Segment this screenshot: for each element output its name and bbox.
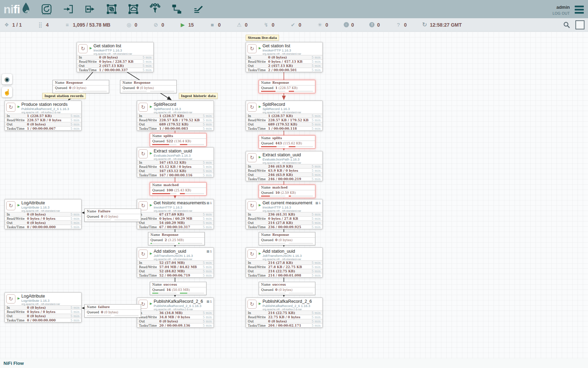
stat-row-read-write: Read/Write63.9 KB / 0 bytes5 min [246, 168, 322, 172]
processor-produce-station-records[interactable]: ↻ ▶ Produce station records PublishKafka… [5, 101, 82, 131]
backpressure-bars [259, 195, 315, 198]
remote-process-group-toolbar-icon[interactable] [127, 3, 140, 15]
connection-matched-right[interactable]: Namematched Queued10(2.59 KB) [259, 185, 315, 198]
funnel-toolbar-icon[interactable] [149, 3, 161, 15]
processor-add-station-uuid-2[interactable]: ↻ ▶ Add station_uuid JoltTransformJSON 1… [246, 247, 323, 278]
status-disabled: ↯ 0 [263, 22, 274, 28]
connection-resp-mid[interactable]: NameResponse Queued0(0 bytes) [120, 80, 177, 93]
canvas-label[interactable]: Stream live-data [246, 35, 279, 41]
processor-bundle: org.apache.nifi - nifi-kafka-2-6-nar [21, 111, 80, 114]
locally-modified-icon: ✳ [317, 22, 323, 28]
processor-bundle: org.apache.nifi - nifi-standard-nar [21, 209, 80, 212]
stat-row-read-write: Read/Write0 bytes / 457.13 KB5 min [246, 59, 322, 63]
nifi-app: nifi admin LOG OUT ❖ 1 / 1 ⣿ 4 ≡ 1,095 /… [0, 0, 588, 368]
run-status-icon: ▶ [150, 105, 152, 108]
data-size-bar [180, 144, 204, 145]
status-invalid: ⚠ 0 [236, 22, 247, 28]
processor-type: InvokeHTTP 1.16.3 [262, 48, 321, 52]
processor-get-station-list-1[interactable]: ↻ ▶ Get station list InvokeHTTP 1.16.3 o… [77, 42, 154, 72]
processor-extract-station-uuid-1[interactable]: ↻ ▶ Extract station_uuid EvaluateJsonPat… [137, 147, 214, 177]
connection-name-row: NameResponse [120, 80, 176, 86]
canvas-label[interactable]: Ingest station records [42, 93, 86, 99]
connection-failure-upper[interactable]: NameFailure Queued0(0 bytes) [84, 209, 141, 222]
stat-row-read-write: Read/Write22.75 KB / 0 bytes5 min [246, 315, 322, 319]
processor-toolbar-icon[interactable] [40, 3, 53, 15]
data-size-bar [289, 243, 313, 244]
connection-resp-right-2[interactable]: NameResponse Queued0(0 bytes) [259, 232, 315, 245]
threads-grid-icon: ▦ [315, 201, 318, 205]
connection-success-mid[interactable]: Namesuccess Queued16(50.03 MB) [150, 282, 206, 295]
processor-log-attribute-2[interactable]: ↻ ▶ LogAttribute LogAttribute 1.16.3 org… [5, 292, 82, 322]
status-locally-modified-stale: ! 0 [369, 22, 380, 28]
connection-resp-left[interactable]: NameResponse Queued0(0 bytes) [52, 80, 109, 93]
data-size-bar [178, 243, 202, 244]
stat-row-in: In167 (43.12 KB)5 min [137, 160, 214, 164]
flow-canvas[interactable]: ◉ ☝ Ingest station recordsIngest histori… [0, 32, 588, 368]
processor-get-current-measurement[interactable]: ↻ ▶ Get current measurement InvokeHTTP 1… [246, 199, 323, 229]
processor-get-historic-measurements[interactable]: ↻ ▶ Get historic measurements InvokeHTTP… [137, 199, 214, 229]
connection-failure-lower[interactable]: Namefailure Queued0(0 bytes) [84, 304, 141, 318]
queued-icon: ≡ [64, 22, 70, 28]
stat-row-tasks-time: Tasks/Time1 / 00:00:00.3375 min [77, 68, 153, 72]
status-stale: ↑ 0 [344, 22, 354, 28]
object-count-bar [87, 219, 111, 220]
label-toolbar-icon[interactable] [192, 3, 205, 15]
stat-row-read-write: Read/Write0 bytes / 60.29 MB5 min [137, 216, 214, 220]
connection-name-row: Namesplits [259, 136, 315, 141]
backpressure-bars [53, 90, 109, 93]
stat-row-read-write: Read/Write0 bytes / 0 bytes5 min [5, 309, 81, 314]
input-port-toolbar-icon[interactable] [62, 3, 75, 15]
stat-row-tasks-time: Tasks/Time236 / 00:00:09.9255 min [246, 225, 322, 229]
stat-row-read-write: Read/Write0 bytes / 0 bytes5 min [5, 216, 81, 220]
canvas-label[interactable]: Ingest historic data [179, 93, 218, 99]
template-toolbar-icon[interactable] [170, 3, 183, 15]
status-stopped: ■ 0 [209, 22, 221, 28]
run-status-icon: ▶ [150, 252, 152, 255]
processor-get-station-list-2[interactable]: ↻ ▶ Get station list InvokeHTTP 1.16.3 o… [246, 42, 323, 72]
connection-resp-right[interactable]: NameResponse Queued1(228.57 KB) [259, 80, 315, 93]
connection-resp-mid-2[interactable]: NameResponse Queued2(3.25 MB) [148, 232, 205, 245]
connection-splits-right[interactable]: Namesplits Queued443(115.62 KB) [259, 135, 315, 149]
stat-row-tasks-time: Tasks/Time52 / 00:00:06.7195 min [137, 273, 214, 277]
navigate-palette-button[interactable]: ◉ [2, 74, 12, 84]
connection-splits-mid[interactable]: Namesplits Queued522(136.4 KB) [150, 133, 206, 146]
connection-queue-row: Queued100(25.43 KB) [150, 188, 206, 193]
stat-row-tasks-time: Tasks/Time0 / 00:00:00.0005 min [5, 225, 81, 229]
processor-split-record-1[interactable]: ↻ ▶ SplitRecord SplitRecord 1.16.3 org.a… [137, 101, 214, 131]
connection-name-row: NameResponse [259, 232, 315, 238]
processor-bundle: org.apache.nifi - nifi-standard-nar [154, 111, 212, 114]
processor-publish-kafka-1[interactable]: ↻ ▶ PublishKafkaRecord_2_6 PublishKafkaR… [137, 298, 214, 328]
global-menu-button[interactable] [575, 6, 584, 14]
logout-link[interactable]: LOG OUT [553, 11, 570, 15]
navigate-icon: ◉ [5, 76, 10, 83]
component-toolbar [40, 3, 205, 15]
refresh-icon[interactable]: ↻ [422, 21, 427, 28]
data-size-bar [289, 293, 313, 294]
connection-success-right[interactable]: Namesuccess Queued0(0 bytes) [259, 282, 315, 295]
search-icon[interactable] [563, 21, 570, 29]
processor-type: JoltTransformJSON 1.16.3 [262, 254, 321, 258]
processor-extract-station-uuid-2[interactable]: ↻ ▶ Extract station_uuid EvaluateJsonPat… [246, 151, 323, 181]
not-transmitting-icon: ⊘ [153, 22, 159, 28]
processor-add-station-uuid-1[interactable]: ↻ ▶ Add station_uuid JoltTransformJSON 1… [137, 247, 214, 278]
run-status-icon: ▶ [150, 302, 152, 305]
processor-type: EvaluateJsonPath 1.16.3 [262, 157, 321, 161]
object-count-bar [152, 144, 176, 145]
process-group-toolbar-icon[interactable] [105, 3, 118, 15]
breadcrumb-root-link[interactable]: NiFi Flow [4, 361, 24, 366]
processor-bundle: org.apache.nifi - nifi-standard-nar [262, 258, 321, 261]
stat-row-in: In246 (63.9 KB)5 min [246, 164, 322, 168]
processor-log-attribute-1[interactable]: ↻ ▶ LogAttribute LogAttribute 1.16.3 org… [5, 199, 82, 229]
output-port-toolbar-icon[interactable] [84, 3, 96, 15]
processor-publish-kafka-2[interactable]: ↻ ▶ PublishKafkaRecord_2_6 PublishKafkaR… [246, 298, 323, 328]
operate-palette-button[interactable]: ☝ [2, 87, 12, 97]
data-size-bar [289, 146, 313, 147]
connection-matched-mid[interactable]: Namematched Queued100(25.43 KB) [150, 182, 206, 196]
backpressure-bars [259, 90, 315, 93]
birdseye-toggle-button[interactable] [575, 20, 584, 29]
processor-type: LogAttribute 1.16.3 [21, 205, 80, 209]
stat-row-out: Out246 (63.9 KB)5 min [246, 172, 322, 177]
breadcrumb: NiFi Flow [0, 359, 588, 368]
processor-split-record-2[interactable]: ↻ ▶ SplitRecord SplitRecord 1.16.3 org.a… [246, 101, 323, 131]
stat-row-out: Out0 (0 bytes)5 min [246, 319, 322, 323]
